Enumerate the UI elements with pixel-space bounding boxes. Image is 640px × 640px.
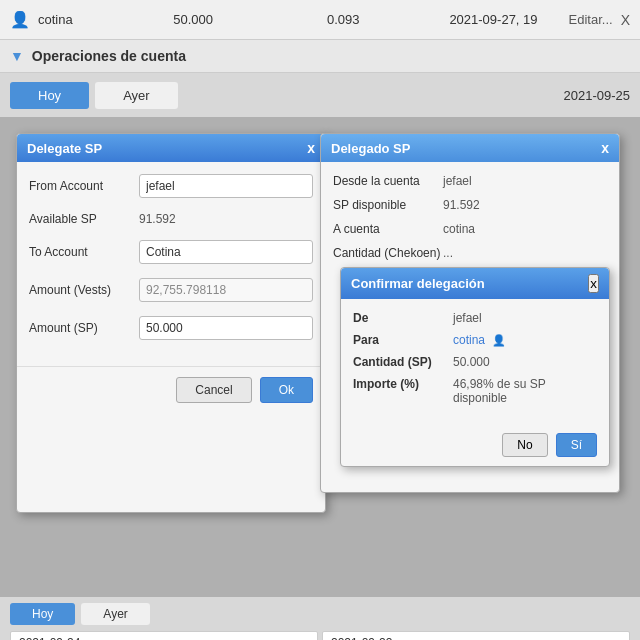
delegate-sp-title: Delegate SP — [27, 141, 102, 156]
tab-bar: Hoy Ayer 2021-09-25 — [0, 73, 640, 117]
cantidad-sp-value: 50.000 — [453, 355, 597, 369]
cantidad-value: ... — [443, 246, 607, 260]
main-area: Delegate SP x From Account Available SP … — [0, 117, 640, 597]
confirmar-dialog: Confirmar delegación x De jefael Para co… — [340, 267, 610, 467]
de-value: jefael — [453, 311, 597, 325]
amount-vests-input — [139, 278, 313, 302]
importe-row: Importe (%) 46,98% de su SP disponible — [353, 377, 597, 405]
delegate-sp-header: Delegate SP x — [17, 134, 325, 162]
top-col3: 2021-09-27, 19 — [418, 12, 568, 27]
delegate-sp-dialog: Delegate SP x From Account Available SP … — [16, 133, 326, 513]
a-cuenta-row: A cuenta cotina — [333, 222, 607, 236]
delegate-sp-body: From Account Available SP 91.592 To Acco… — [17, 162, 325, 366]
delegate-sp-footer: Cancel Ok — [17, 366, 325, 413]
desde-label: Desde la cuenta — [333, 174, 443, 188]
ok-button[interactable]: Ok — [260, 377, 313, 403]
delegate-sp-close-button[interactable]: x — [307, 140, 315, 156]
available-sp-value: 91.592 — [139, 212, 313, 226]
cantidad-row: Cantidad (Chekoen) ... — [333, 246, 607, 260]
cantidad-label: Cantidad (Chekoen) — [333, 246, 443, 260]
para-value: cotina 👤 — [453, 333, 597, 347]
a-cuenta-value: cotina — [443, 222, 607, 236]
amount-sp-input[interactable] — [139, 316, 313, 340]
confirmar-title: Confirmar delegación — [351, 276, 485, 291]
topbar-close-button[interactable]: X — [621, 12, 630, 28]
cantidad-sp-row: Cantidad (SP) 50.000 — [353, 355, 597, 369]
top-bar: 👤 cotina 50.000 0.093 2021-09-27, 19 Edi… — [0, 0, 640, 40]
available-sp-label: Available SP — [29, 212, 139, 226]
to-account-label: To Account — [29, 245, 139, 259]
delegado-sp-header: Delegado SP x — [321, 134, 619, 162]
section-title: Operaciones de cuenta — [32, 48, 186, 64]
desde-value: jefael — [443, 174, 607, 188]
from-account-label: From Account — [29, 179, 139, 193]
date-cell-0[interactable]: 2021-09-24 — [10, 631, 318, 640]
tab-hoy[interactable]: Hoy — [10, 82, 89, 109]
bottom-tab-hoy[interactable]: Hoy — [10, 603, 75, 625]
delegado-sp-title: Delegado SP — [331, 141, 410, 156]
amount-sp-label: Amount (SP) — [29, 321, 139, 335]
tab-ayer[interactable]: Ayer — [95, 82, 178, 109]
date-cell-1[interactable]: 2021-09-23 — [322, 631, 630, 640]
edit-button[interactable]: Editar... — [569, 12, 613, 27]
from-account-input[interactable] — [139, 174, 313, 198]
bottom-tab-bar: Hoy Ayer — [10, 603, 630, 625]
from-account-row: From Account — [29, 174, 313, 198]
username: cotina — [38, 12, 118, 27]
tab-date: 2021-09-25 — [564, 88, 631, 103]
no-button[interactable]: No — [502, 433, 547, 457]
user-icon: 👤 — [10, 10, 30, 29]
cantidad-sp-label: Cantidad (SP) — [353, 355, 453, 369]
confirmar-close-button[interactable]: x — [588, 274, 599, 293]
section-header: ▼ Operaciones de cuenta — [0, 40, 640, 73]
top-col1: 50.000 — [118, 12, 268, 27]
to-account-input[interactable] — [139, 240, 313, 264]
importe-label: Importe (%) — [353, 377, 453, 405]
sp-disp-label: SP disponible — [333, 198, 443, 212]
desde-row: Desde la cuenta jefael — [333, 174, 607, 188]
available-sp-row: Available SP 91.592 — [29, 212, 313, 226]
sp-disp-value: 91.592 — [443, 198, 607, 212]
importe-value: 46,98% de su SP disponible — [453, 377, 597, 405]
confirmar-header: Confirmar delegación x — [341, 268, 609, 299]
amount-vests-row: Amount (Vests) — [29, 278, 313, 302]
para-user-icon: 👤 — [492, 334, 506, 346]
top-col2: 0.093 — [268, 12, 418, 27]
delegado-sp-close-button[interactable]: x — [601, 140, 609, 156]
de-row: De jefael — [353, 311, 597, 325]
a-cuenta-label: A cuenta — [333, 222, 443, 236]
bottom-section: Hoy Ayer 2021-09-24 2021-09-23 2021-09-2… — [0, 597, 640, 640]
si-button[interactable]: Sí — [556, 433, 597, 457]
de-label: De — [353, 311, 453, 325]
para-row: Para cotina 👤 — [353, 333, 597, 347]
amount-sp-row: Amount (SP) — [29, 316, 313, 340]
confirmar-body: De jefael Para cotina 👤 Cantidad (SP) 50… — [341, 299, 609, 425]
bottom-tab-ayer[interactable]: Ayer — [81, 603, 149, 625]
cancel-button[interactable]: Cancel — [176, 377, 251, 403]
amount-vests-label: Amount (Vests) — [29, 283, 139, 297]
to-account-row: To Account — [29, 240, 313, 264]
confirmar-footer: No Sí — [341, 425, 609, 465]
section-arrow-icon: ▼ — [10, 48, 24, 64]
para-label: Para — [353, 333, 453, 347]
date-grid: 2021-09-24 2021-09-23 2021-09-21 2021-09… — [10, 631, 630, 640]
delegado-sp-body: Desde la cuenta jefael SP disponible 91.… — [321, 162, 619, 282]
sp-disp-row: SP disponible 91.592 — [333, 198, 607, 212]
